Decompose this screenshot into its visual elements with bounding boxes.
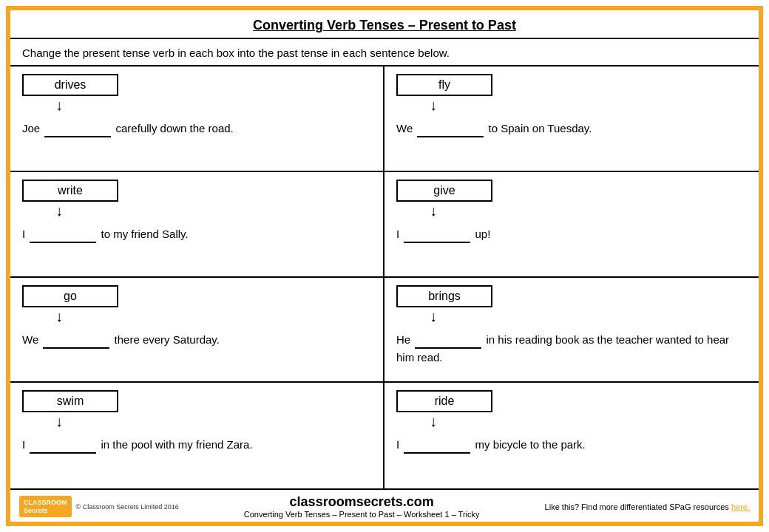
verb-cell-1: fly↓We to Spain on Tuesday. bbox=[384, 66, 759, 172]
sentence-before-1: We bbox=[396, 122, 413, 134]
sentence-before-0: Joe bbox=[22, 122, 40, 134]
sentence-after-6: in the pool with my friend Zara. bbox=[101, 438, 253, 451]
blank-0[interactable] bbox=[44, 136, 111, 137]
sentence-3: I up! bbox=[396, 225, 490, 243]
sentence-4: We there every Saturday. bbox=[22, 331, 220, 349]
instructions: Change the present tense verb in each bo… bbox=[10, 39, 759, 66]
arrow-2: ↓ bbox=[55, 203, 63, 218]
sentence-after-4: there every Saturday. bbox=[115, 333, 220, 346]
footer: CLASSROOM Secrets © Classroom Secrets Li… bbox=[10, 488, 759, 522]
copyright-text: © Classroom Secrets Limited 2016 bbox=[76, 503, 179, 511]
sentence-2: I to my friend Sally. bbox=[22, 225, 189, 243]
verb-cell-5: brings↓He in his reading book as the tea… bbox=[384, 278, 759, 383]
main-content: Converting Verb Tenses – Present to Past… bbox=[10, 10, 759, 488]
outer-border: Converting Verb Tenses – Present to Past… bbox=[6, 6, 763, 526]
sentence-after-2: to my friend Sally. bbox=[101, 228, 189, 240]
arrow-1: ↓ bbox=[430, 98, 437, 112]
verb-cell-2: write↓I to my friend Sally. bbox=[10, 172, 384, 278]
blank-5[interactable] bbox=[415, 347, 481, 349]
sentence-before-3: I bbox=[396, 228, 399, 240]
arrow-0: ↓ bbox=[55, 98, 63, 112]
footer-left: CLASSROOM Secrets © Classroom Secrets Li… bbox=[19, 496, 179, 518]
verb-box-1: fly bbox=[396, 74, 492, 96]
verb-cell-0: drives↓Joe carefully down the road. bbox=[10, 66, 384, 172]
logo-box: CLASSROOM Secrets bbox=[19, 496, 72, 518]
instructions-text: Change the present tense verb in each bo… bbox=[22, 47, 450, 59]
sentence-1: We to Spain on Tuesday. bbox=[396, 120, 592, 137]
verb-cell-3: give↓I up! bbox=[384, 172, 759, 278]
cta-link[interactable]: here. bbox=[731, 502, 750, 511]
footer-center: classroomsecrets.com Converting Verb Ten… bbox=[179, 494, 545, 519]
sentence-0: Joe carefully down the road. bbox=[22, 120, 234, 137]
sentence-before-6: I bbox=[22, 438, 25, 451]
cta-text: Like this? Find more differentiated SPaG… bbox=[545, 502, 729, 511]
verb-cell-4: go↓We there every Saturday. bbox=[10, 278, 384, 383]
site-url: classroomsecrets.com bbox=[179, 494, 545, 510]
verb-box-7: ride bbox=[396, 390, 492, 412]
verb-cell-6: swim↓I in the pool with my friend Zara. bbox=[10, 383, 384, 488]
sentence-before-7: I bbox=[396, 438, 399, 451]
verb-box-4: go bbox=[22, 285, 118, 307]
title-text: Converting Verb Tenses – Present to Past bbox=[253, 18, 516, 33]
arrow-7: ↓ bbox=[430, 414, 437, 429]
sentence-before-4: We bbox=[22, 333, 38, 346]
blank-7[interactable] bbox=[404, 452, 470, 454]
verb-box-6: swim bbox=[22, 390, 118, 412]
copyright: © Classroom Secrets Limited 2016 bbox=[76, 503, 179, 511]
blank-6[interactable] bbox=[30, 452, 96, 454]
verb-box-3: give bbox=[396, 180, 492, 202]
verb-box-0: drives bbox=[22, 74, 118, 96]
arrow-3: ↓ bbox=[430, 203, 437, 218]
sentence-before-2: I bbox=[22, 228, 25, 240]
sentence-5: He in his reading book as the teacher wa… bbox=[396, 331, 747, 366]
footer-right: Like this? Find more differentiated SPaG… bbox=[545, 502, 750, 511]
blank-4[interactable] bbox=[43, 347, 109, 349]
sentence-6: I in the pool with my friend Zara. bbox=[22, 436, 253, 454]
page-title: Converting Verb Tenses – Present to Past bbox=[10, 10, 759, 39]
arrow-5: ↓ bbox=[430, 309, 437, 324]
logo-line2: Secrets bbox=[24, 507, 48, 514]
sentence-after-7: my bicycle to the park. bbox=[475, 438, 586, 451]
blank-2[interactable] bbox=[30, 242, 96, 243]
sentence-before-5: He bbox=[396, 333, 410, 346]
logo-line1: CLASSROOM bbox=[24, 499, 67, 506]
blank-1[interactable] bbox=[417, 136, 484, 137]
arrow-4: ↓ bbox=[55, 309, 63, 324]
sentence-after-0: carefully down the road. bbox=[116, 122, 234, 134]
verb-box-2: write bbox=[22, 180, 118, 202]
footer-subtitle: Converting Verb Tenses – Present to Past… bbox=[179, 510, 545, 519]
verb-grid: drives↓Joe carefully down the road.fly↓W… bbox=[10, 66, 759, 488]
sentence-7: I my bicycle to the park. bbox=[396, 436, 586, 454]
sentence-after-1: to Spain on Tuesday. bbox=[489, 122, 592, 134]
sentence-after-3: up! bbox=[475, 228, 491, 240]
blank-3[interactable] bbox=[404, 242, 470, 243]
verb-box-5: brings bbox=[396, 285, 492, 307]
verb-cell-7: ride↓I my bicycle to the park. bbox=[384, 383, 759, 488]
arrow-6: ↓ bbox=[55, 414, 63, 429]
